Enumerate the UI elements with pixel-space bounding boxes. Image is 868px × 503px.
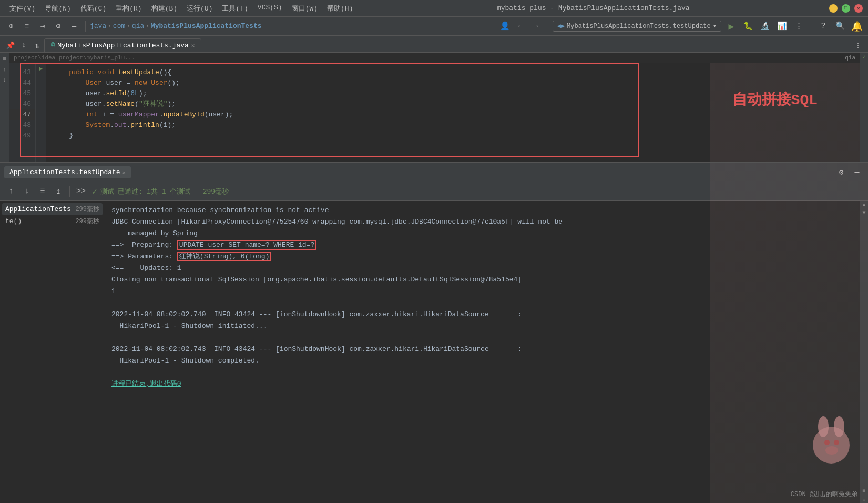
status-check-icon: ✓ — [92, 186, 97, 197]
forward-button[interactable]: → — [530, 21, 542, 32]
run-panel-actions: ⚙ — — [834, 166, 864, 179]
code-line-43: public void testUpdate(){ — [53, 67, 853, 78]
breadcrumb-java[interactable]: java — [90, 22, 106, 30]
sidebar-icon-3[interactable]: ↓ — [1, 76, 9, 84]
console-line-8 — [111, 298, 853, 308]
breadcrumb-qia[interactable]: qia — [132, 22, 144, 30]
breadcrumb-com[interactable]: com — [113, 22, 125, 30]
run-item-time-1: 299毫秒 — [75, 217, 99, 226]
help-icon[interactable]: ? — [816, 19, 830, 33]
scroll-up-icon[interactable]: ▲ — [862, 202, 865, 208]
console-line-10: HikariPool-1 - Shutdown initiated... — [111, 321, 853, 331]
run-panel: ApplicationTests.testUpdate ✕ ⚙ — ↑ ↓ ≡ … — [0, 163, 868, 503]
console-line-2: managed by Spring — [111, 228, 853, 239]
run-down-icon[interactable]: ↓ — [20, 185, 34, 198]
menu-refactor[interactable]: 重构(R) — [111, 2, 146, 15]
console-line-4: ==> Parameters: 狂神说(String), 6(Long) — [111, 252, 853, 262]
code-line-46: user.setName("狂神说"); — [53, 99, 853, 109]
console-output[interactable]: synchronization because synchronization … — [105, 201, 860, 503]
run-list-icon[interactable]: ≡ — [36, 185, 49, 198]
scroll-indicator: ✓ — [862, 54, 865, 60]
console-line-12: 2022-11-04 08:02:02.743 INFO 43424 --- [… — [111, 344, 853, 355]
menu-window[interactable]: 窗口(W) — [288, 2, 322, 15]
code-lines[interactable]: public void testUpdate(){ User user = ne… — [46, 63, 860, 162]
menu-file[interactable]: 文件(V) — [5, 2, 39, 15]
sidebar-icon-1[interactable]: ≡ — [1, 55, 9, 63]
run-tab-close[interactable]: ✕ — [122, 169, 126, 176]
scroll-align-icon[interactable]: ↨ — [862, 496, 865, 502]
maximize-button[interactable]: □ — [842, 4, 850, 13]
breadcrumb: java › com › qia › MybatisPlusApplicatio… — [90, 22, 262, 30]
status-text: 测试 已通过: 1共 1 个测试 – 299毫秒 — [100, 187, 229, 196]
params-highlight: 狂神说(String), 6(Long) — [177, 252, 272, 261]
menu-vcs[interactable]: VCS(S) — [253, 2, 287, 15]
console-line-5: <== Updates: 1 — [111, 263, 853, 274]
menu-build[interactable]: 构建(B) — [147, 2, 181, 15]
console-line-14 — [111, 367, 853, 378]
user-icon[interactable]: 👤 — [498, 19, 512, 33]
scroll-down-icon[interactable]: ▼ — [862, 210, 865, 216]
minimize-button[interactable]: — — [829, 4, 838, 13]
run-line-icon[interactable]: ▶ — [36, 63, 46, 74]
debug-button[interactable]: 🐛 — [741, 19, 755, 33]
tab-pin-icon[interactable]: 📌 — [3, 38, 17, 52]
main-toolbar: ⊕ ≡ ⇥ ⚙ — java › com › qia › MybatisPlus… — [0, 17, 868, 36]
exit-link[interactable]: 进程已结束,退出代码0 — [111, 380, 181, 388]
console-line-9: 2022-11-04 08:02:02.740 INFO 43424 --- [… — [111, 309, 853, 320]
menu-nav[interactable]: 导航(N) — [40, 2, 75, 15]
close-button[interactable]: ✕ — [854, 4, 863, 13]
editor-scrollbar[interactable]: ✓ — [860, 53, 868, 162]
coverage-button[interactable]: 🔬 — [758, 19, 772, 33]
run-panel-header: ApplicationTests.testUpdate ✕ ⚙ — — [0, 163, 868, 182]
menu-code[interactable]: 代码(C) — [76, 2, 110, 15]
run-left-panel: ApplicationTests 299毫秒 te() 299毫秒 — [0, 201, 105, 503]
align-icon[interactable]: ≡ — [20, 19, 34, 33]
breadcrumb-class[interactable]: MybatisPlusApplicationTests — [151, 22, 262, 30]
tab-close-icon[interactable]: ✕ — [191, 42, 195, 49]
run-config-dropdown[interactable]: ◀▶ MybatisPlusApplicationTests.testUpdat… — [553, 21, 721, 32]
left-sidebar: ≡ ↑ ↓ — [0, 53, 9, 162]
indent-icon[interactable]: ⇥ — [36, 19, 49, 33]
line-gutter: ▶ — [36, 63, 46, 162]
notifications-icon[interactable]: 🔔 — [850, 19, 864, 33]
run-left-item-1[interactable]: te() 299毫秒 — [2, 215, 103, 227]
code-line-48: System.out.println(i); — [53, 120, 853, 130]
back-button[interactable]: ← — [515, 21, 527, 32]
code-line-49: } — [53, 130, 853, 141]
console-line-7: 1 — [111, 286, 853, 297]
run-sort-icon[interactable]: ↥ — [52, 185, 65, 198]
line-numbers: 43 44 45 46 47 48 49 — [9, 63, 36, 162]
menu-run[interactable]: 运行(U) — [182, 2, 217, 15]
profile-button[interactable]: 📊 — [775, 19, 789, 33]
menu-help[interactable]: 帮助(H) — [323, 2, 357, 15]
content-area: ≡ ↑ ↓ project\idea project\mybatis_plu..… — [0, 53, 868, 503]
tab-split-icon[interactable]: ⇅ — [30, 38, 44, 52]
search-icon[interactable]: 🔍 — [833, 19, 847, 33]
run-more-icon[interactable]: >> — [74, 185, 88, 198]
tab-mybatis[interactable]: © MybatisPlusApplicationTests.java ✕ — [44, 38, 201, 52]
window-controls: — □ ✕ — [829, 4, 863, 13]
run-up-icon[interactable]: ↑ — [4, 185, 18, 198]
more-run-icon[interactable]: ⋮ — [792, 19, 805, 33]
console-line-0: synchronization because synchronization … — [111, 205, 853, 216]
settings-icon[interactable]: ⚙ — [52, 19, 65, 33]
run-close-icon[interactable]: — — [850, 166, 864, 179]
scroll-format-icon[interactable]: ≡ — [862, 488, 865, 494]
console-line-6: Closing non transactional SqlSession [or… — [111, 275, 853, 285]
tab-more-icon[interactable]: ⋮ — [851, 38, 865, 52]
sidebar-icon-2[interactable]: ↑ — [1, 65, 9, 74]
collapse-icon[interactable]: — — [67, 19, 81, 33]
run-settings-icon[interactable]: ⚙ — [834, 166, 848, 179]
tab-java-icon: © — [51, 42, 55, 49]
run-button[interactable]: ▶ — [724, 19, 738, 33]
run-left-item-0[interactable]: ApplicationTests 299毫秒 — [2, 203, 103, 215]
sql-highlight: UPDATE user SET name=? WHERE id=? — [177, 240, 316, 250]
console-scrollbar[interactable]: ▲ ▼ ≡ ↨ — [860, 201, 868, 503]
console-line-11 — [111, 333, 853, 343]
run-tab-apptest[interactable]: ApplicationTests.testUpdate ✕ — [4, 166, 131, 178]
add-icon[interactable]: ⊕ — [4, 19, 18, 33]
title-bar: 文件(V) 导航(N) 代码(C) 重构(R) 构建(B) 运行(U) 工具(T… — [0, 0, 868, 17]
menu-tools[interactable]: 工具(T) — [218, 2, 252, 15]
tab-sort-icon[interactable]: ↕ — [17, 38, 30, 52]
run-item-label-0: ApplicationTests — [5, 205, 71, 213]
